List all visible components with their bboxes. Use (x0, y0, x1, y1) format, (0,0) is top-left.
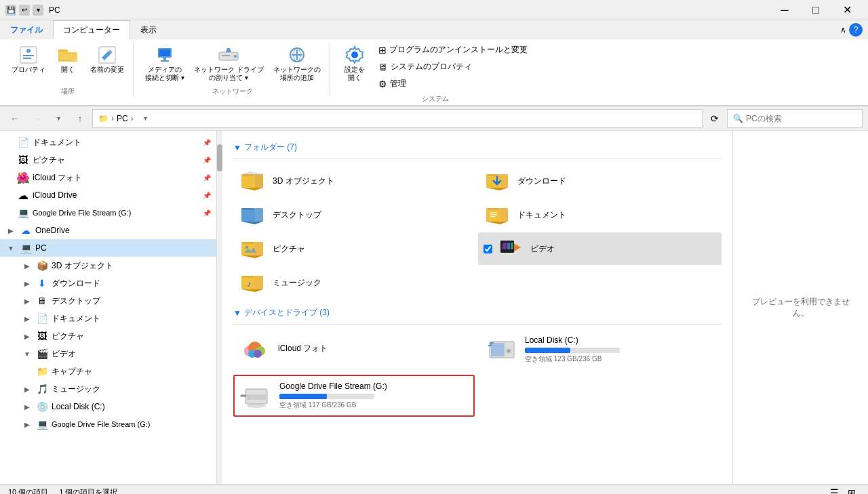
open-label: 開く (61, 66, 75, 74)
manage-button[interactable]: ⚙ 管理 (374, 76, 532, 91)
title-icon-1[interactable]: 💾 (5, 5, 16, 16)
tab-computer[interactable]: コンピューター (53, 20, 130, 39)
downloads-expand[interactable]: ▶ (22, 280, 33, 287)
settings-button[interactable]: 設定を開く (338, 42, 371, 84)
maximize-button[interactable]: □ (800, 0, 831, 20)
folder-music[interactable]: ♪ ミュージック (233, 266, 477, 299)
folder-desktop[interactable]: デスクトップ (233, 199, 477, 231)
downloads-label: ダウンロード (52, 278, 211, 289)
folders-grid: 3D オブジェクト ダウンロード デスクトップ ドキュメント (233, 165, 722, 299)
uninstall-icon: ⊞ (378, 45, 387, 56)
video-label: ビデオ (52, 348, 211, 360)
folder-documents[interactable]: ドキュメント (478, 199, 722, 231)
tab-view[interactable]: 表示 (130, 20, 167, 39)
folder-video-checkbox[interactable] (484, 245, 492, 253)
title-icon-3[interactable]: ▾ (33, 5, 43, 16)
documents-label: ドキュメント (33, 137, 200, 148)
drive-icloud-name: iCloud フォト (278, 343, 469, 354)
address-path[interactable]: 📁 › PC › ▾ (92, 109, 703, 128)
sidebar-item-music[interactable]: ▶ 🎵 ミュージック (0, 380, 216, 398)
sidebar-item-desktop[interactable]: ▶ 🖥 デスクトップ (0, 292, 216, 310)
local-c-expand[interactable]: ▶ (22, 403, 33, 411)
folder-downloads[interactable]: ダウンロード (478, 165, 722, 197)
sidebar-item-3d[interactable]: ▶ 📦 3D オブジェクト (0, 257, 216, 274)
drive-icloud[interactable]: iCloud フォト (233, 330, 475, 369)
settings-label: 設定を開く (344, 66, 365, 82)
network-add-button[interactable]: ネットワークの場所の追加 (270, 42, 324, 84)
svg-rect-36 (255, 242, 263, 255)
drives-section-header[interactable]: ▼ デバイスとドライブ (3) (233, 307, 722, 318)
preview-panel: プレビューを利用できません。 (732, 131, 868, 484)
manage-icon: ⚙ (378, 79, 387, 89)
properties-button[interactable]: プロパティ (8, 42, 49, 76)
3d-expand[interactable]: ▶ (22, 262, 33, 270)
sidebar-item-pc[interactable]: ▼ 💻 PC (0, 239, 216, 257)
folder-documents-icon (484, 203, 511, 227)
content-area: ▼ フォルダー (7) 3D オブジェクト ダウンロード (222, 131, 732, 484)
sidebar-scrollthumb[interactable] (217, 144, 222, 171)
svg-rect-40 (502, 243, 507, 249)
address-bar: ← → ▾ ↑ 📁 › PC › ▾ ⟳ 🔍 (0, 106, 868, 131)
recent-locations-button[interactable]: ▾ (49, 109, 68, 128)
onedrive-expand[interactable]: ▶ (5, 227, 16, 234)
svg-rect-41 (507, 243, 510, 249)
sidebar-item-video[interactable]: ▼ 🎬 ビデオ (0, 345, 216, 363)
system-props-button[interactable]: 🖥 システムのプロパティ (374, 59, 532, 75)
sidebar-item-icloud-drive[interactable]: ☁ iCloud Drive 📌 (0, 186, 216, 204)
sidebar-item-downloads[interactable]: ▶ ⬇ ダウンロード (0, 274, 216, 292)
sidebar-item-pics2[interactable]: ▶ 🖼 ピクチャ (0, 327, 216, 345)
pictures-label: ピクチャ (33, 155, 200, 166)
rename-icon (96, 44, 118, 66)
pc-expand[interactable]: ▼ (5, 245, 16, 252)
open-button[interactable]: 開く (52, 42, 84, 76)
system-props-icon: 🖥 (378, 62, 388, 73)
up-button[interactable]: ↑ (71, 109, 90, 128)
sidebar-item-documents[interactable]: 📄 ドキュメント 📌 (0, 133, 216, 151)
media-connect-button[interactable]: メディアの接続と切断 ▾ (142, 42, 188, 84)
music-expand[interactable]: ▶ (22, 386, 33, 393)
sidebar-item-local-c[interactable]: ▶ 💿 Local Disk (C:) (0, 398, 216, 415)
minimize-button[interactable]: ─ (769, 0, 800, 20)
music-icon: 🎵 (35, 382, 49, 396)
large-icons-view-button[interactable]: ⊞ (844, 485, 860, 495)
drive-local-c[interactable]: Local Disk (C:) 空き領域 123 GB/236 GB (480, 330, 722, 369)
sidebar-item-docs2[interactable]: ▶ 📄 ドキュメント (0, 310, 216, 327)
ribbon-group-basho-label: 場所 (61, 84, 75, 96)
forward-button[interactable]: → (27, 109, 46, 128)
tab-file[interactable]: ファイル (0, 20, 53, 39)
sidebar-item-capture[interactable]: 📁 キャプチャ (0, 363, 216, 380)
search-input[interactable] (746, 114, 856, 123)
manage-label: 管理 (390, 78, 406, 89)
folders-section-header[interactable]: ▼ フォルダー (7) (233, 142, 722, 153)
folder-pictures[interactable]: ピクチャ (233, 232, 477, 265)
sidebar-scrollbar[interactable] (217, 131, 222, 484)
folders-label: フォルダー (7) (244, 142, 297, 153)
docs2-expand[interactable]: ▶ (22, 315, 33, 323)
drive-google-g-name: Google Drive File Stream (G:) (279, 382, 468, 391)
sidebar-item-pictures[interactable]: 🖼 ピクチャ 📌 (0, 151, 216, 169)
refresh-button[interactable]: ⟳ (705, 109, 724, 128)
close-button[interactable]: ✕ (831, 0, 863, 20)
sidebar-item-google-drive-pinned[interactable]: 💻 Google Drive File Stream (G:) 📌 (0, 204, 216, 222)
drive-google-g[interactable]: Google Drive File Stream (G:) 空き領域 117 G… (233, 375, 475, 417)
address-dropdown-btn[interactable]: ▾ (136, 109, 155, 128)
folder-video[interactable]: ビデオ (478, 232, 722, 265)
pics2-expand[interactable]: ▶ (22, 333, 33, 340)
ribbon-collapse-btn[interactable]: ∧ (840, 25, 846, 35)
gdrive2-expand[interactable]: ▶ (22, 421, 33, 428)
back-button[interactable]: ← (5, 109, 24, 128)
rename-button[interactable]: 名前の変更 (87, 42, 127, 76)
network-drive-button[interactable]: ネットワーク ドライブの割り当て ▾ (191, 42, 267, 84)
sidebar-item-google-drive2[interactable]: ▶ 💻 Google Drive File Stream (G:) (0, 415, 216, 433)
svg-marker-43 (514, 243, 521, 251)
title-icon-2[interactable]: ↩ (19, 5, 30, 16)
ribbon-help-btn[interactable]: ? (849, 23, 863, 37)
details-view-button[interactable]: ☰ (826, 485, 842, 495)
video-expand[interactable]: ▼ (22, 350, 33, 358)
sidebar-item-onedrive[interactable]: ▶ ☁ OneDrive (0, 222, 216, 239)
desktop-expand[interactable]: ▶ (22, 297, 33, 305)
sidebar-item-icloud-photos[interactable]: 🌺 iCloud フォト 📌 (0, 169, 216, 186)
uninstall-button[interactable]: ⊞ プログラムのアンインストールと変更 (374, 42, 532, 58)
folder-3d[interactable]: 3D オブジェクト (233, 165, 477, 197)
svg-rect-46 (255, 276, 263, 289)
